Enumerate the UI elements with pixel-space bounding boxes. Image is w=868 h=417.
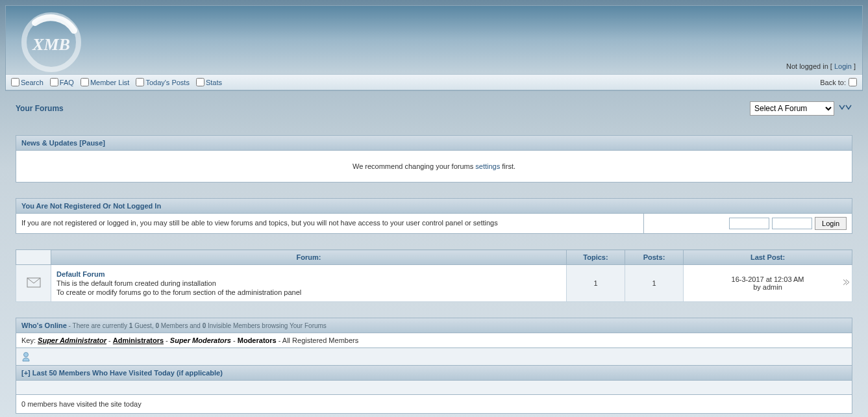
nav-member-list[interactable]: Member List: [81, 78, 130, 86]
login-panel: You Are Not Registered Or Not Logged In …: [16, 198, 852, 234]
key-super-mod: Super Moderators: [170, 336, 231, 344]
nav-search[interactable]: Search: [11, 78, 43, 86]
col-forum: Forum:: [51, 250, 567, 265]
news-title: News & Updates: [21, 139, 77, 147]
key-super-admin: Super Administrator: [38, 336, 106, 344]
login-panel-title: You Are Not Registered Or Not Logged In: [16, 199, 852, 214]
nav-stats[interactable]: Stats: [196, 78, 222, 86]
header-banner: XMB Not logged in [ Login ]: [6, 6, 862, 74]
nav-search-checkbox[interactable]: [11, 78, 19, 86]
nav-faq[interactable]: FAQ: [50, 78, 74, 86]
svg-point-3: [24, 353, 29, 357]
forum-name-link[interactable]: Default Forum: [56, 270, 561, 278]
forum-selector[interactable]: Select A Forum: [750, 101, 834, 116]
last50-title: Last 50 Members Who Have Visited Today (…: [31, 369, 223, 377]
login-link[interactable]: Login: [834, 62, 852, 70]
username-input[interactable]: [729, 218, 769, 229]
col-lastpost: Last Post:: [684, 250, 852, 265]
nav-todays-posts[interactable]: Today's Posts: [136, 78, 190, 86]
online-users-row: [16, 348, 852, 365]
forum-table: Forum: Topics: Posts: Last Post: Default…: [16, 249, 852, 302]
topics-count: 1: [567, 265, 625, 302]
nav-todays-checkbox[interactable]: [136, 78, 144, 86]
news-msg-post: first.: [500, 162, 515, 170]
breadcrumb: Your Forums: [16, 104, 64, 113]
nav-faq-checkbox[interactable]: [50, 78, 58, 86]
col-topics: Topics:: [567, 250, 625, 265]
news-msg-pre: We recommend changing your forums: [353, 162, 475, 170]
nav-stats-checkbox[interactable]: [196, 78, 205, 86]
login-button[interactable]: Login: [815, 217, 847, 230]
news-panel: News & Updates [Pause] We recommend chan…: [16, 135, 852, 183]
key-mod: Moderators: [238, 336, 277, 344]
news-pause-link[interactable]: [Pause]: [79, 139, 105, 147]
nav-memberlist-checkbox[interactable]: [81, 78, 89, 86]
settings-link[interactable]: settings: [475, 162, 500, 170]
user-icon: [21, 352, 31, 360]
table-row: Default Forum This is the default forum …: [16, 265, 852, 302]
scroll-down-icon[interactable]: [838, 103, 852, 114]
back-to-checkbox[interactable]: [849, 78, 857, 86]
login-info-text: If you are not registered or logged in, …: [16, 214, 644, 233]
forum-desc2: To create or modify forums go to the for…: [56, 288, 561, 296]
last50-toggle[interactable]: [+]: [21, 369, 31, 377]
col-posts: Posts:: [625, 250, 684, 265]
forum-desc1: This is the default forum created during…: [56, 279, 561, 287]
last-post-by: by admin: [689, 283, 847, 291]
login-status: Not logged in [ Login ]: [786, 62, 856, 70]
user-key-row: Key: Super Administrator - Administrator…: [16, 333, 852, 348]
status-prefix: Not logged in [: [786, 62, 834, 70]
last-post-date: 16-3-2017 at 12:03 AM: [689, 275, 847, 283]
xmb-logo: XMB: [16, 11, 87, 74]
whos-online-title: Who's Online: [21, 322, 67, 329]
col-icon: [16, 250, 51, 265]
status-suffix: ]: [852, 62, 856, 70]
back-to-label: Back to:: [820, 79, 846, 86]
last50-empty: [16, 381, 852, 395]
mail-icon: [27, 281, 41, 289]
whos-online-panel: Who's Online - There are currently 1 Gue…: [16, 318, 852, 414]
posts-count: 1: [625, 265, 684, 302]
navbar: Search FAQ Member List Today's Posts Sta…: [6, 74, 862, 90]
visited-count-row: 0 members have visited the site today: [16, 395, 852, 413]
password-input[interactable]: [772, 218, 812, 229]
svg-text:XMB: XMB: [32, 35, 70, 54]
goto-last-icon[interactable]: [842, 279, 850, 288]
key-admin: Administrators: [113, 336, 164, 344]
